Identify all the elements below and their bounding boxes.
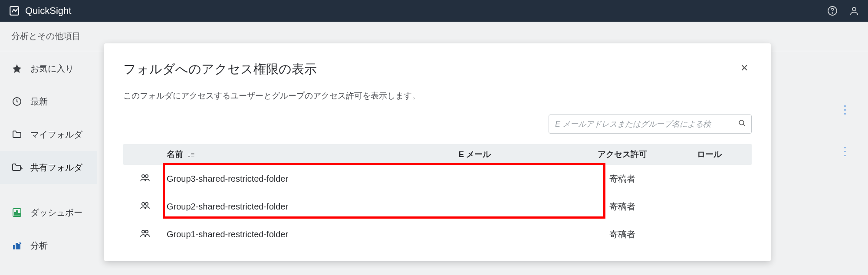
col-name-label: 名前 — [167, 149, 183, 160]
row-name: Group3-shared-restricted-folder — [167, 174, 375, 184]
sidebar-item-recent[interactable]: 最新 — [0, 85, 97, 118]
row-actions-icon[interactable]: ⋮ — [839, 146, 851, 157]
top-header: QuickSight — [0, 0, 868, 22]
col-header-email[interactable]: E メール — [375, 149, 575, 160]
row-actions-column: ⋮ ⋮ — [839, 104, 851, 157]
app-title: QuickSight — [25, 5, 71, 16]
search-input[interactable] — [555, 120, 734, 129]
help-icon[interactable] — [827, 6, 838, 16]
group-icon — [140, 229, 150, 239]
row-name: Group1-shared-restricted-folder — [167, 229, 375, 239]
search-row — [104, 101, 771, 134]
close-icon[interactable]: ✕ — [737, 61, 752, 75]
sidebar: お気に入り 最新 マイフォルダ 共有フォルダ ダッシュボー — [0, 52, 97, 262]
sort-icon: ↓≡ — [187, 151, 194, 158]
svg-rect-11 — [19, 245, 20, 249]
sidebar-item-my-folder[interactable]: マイフォルダ — [0, 118, 97, 151]
svg-rect-6 — [14, 213, 16, 215]
sidebar-item-label: 共有フォルダ — [30, 162, 82, 174]
group-icon — [140, 174, 150, 184]
row-actions-icon[interactable]: ⋮ — [839, 104, 851, 115]
svg-point-3 — [852, 7, 856, 11]
row-name: Group2-shared-restricted-folder — [167, 202, 375, 212]
svg-point-13 — [142, 175, 145, 177]
row-access: 寄稿者 — [575, 201, 670, 213]
row-access: 寄稿者 — [575, 173, 670, 185]
table-row: Group3-shared-restricted-folder 寄稿者 — [123, 165, 752, 193]
table-header: 名前 ↓≡ E メール アクセス許可 ロール — [123, 144, 752, 165]
modal-header: フォルダへのアクセス権限の表示 ✕ — [104, 43, 771, 78]
modal-title: フォルダへのアクセス権限の表示 — [123, 61, 317, 78]
col-header-access[interactable]: アクセス許可 — [575, 149, 670, 160]
sidebar-item-favorites[interactable]: お気に入り — [0, 52, 97, 85]
group-icon — [140, 201, 150, 212]
svg-point-18 — [145, 230, 148, 233]
dashboard-icon — [11, 207, 23, 218]
shared-folder-icon — [11, 162, 23, 173]
star-icon — [11, 63, 23, 74]
svg-point-16 — [145, 203, 148, 205]
svg-rect-7 — [16, 211, 18, 215]
sidebar-item-label: ダッシュボー — [30, 207, 82, 219]
modal-subtitle: このフォルダにアクセスするユーザーとグループのアクセス許可を表示します。 — [104, 78, 771, 101]
clock-icon — [11, 96, 23, 107]
table-body: Group3-shared-restricted-folder 寄稿者 Grou… — [123, 165, 752, 248]
col-header-role[interactable]: ロール — [670, 149, 748, 160]
access-table: 名前 ↓≡ E メール アクセス許可 ロール Group3-shared-res… — [123, 144, 752, 248]
search-icon — [738, 119, 746, 129]
svg-point-15 — [142, 203, 145, 205]
svg-rect-0 — [10, 7, 19, 15]
svg-rect-8 — [19, 213, 20, 215]
table-row: Group1-shared-restricted-folder 寄稿者 — [123, 220, 752, 248]
breadcrumb-text: 分析とその他項目 — [11, 30, 81, 42]
analysis-icon — [11, 240, 23, 251]
svg-point-17 — [142, 230, 145, 233]
sidebar-item-dashboard[interactable]: ダッシュボー — [0, 196, 97, 229]
sidebar-item-label: 分析 — [30, 240, 48, 252]
svg-rect-9 — [13, 246, 15, 249]
search-box[interactable] — [549, 115, 752, 134]
svg-point-2 — [832, 13, 833, 13]
folder-icon — [11, 129, 23, 140]
header-right — [827, 6, 859, 16]
table-row: Group2-shared-restricted-folder 寄稿者 — [123, 193, 752, 220]
sidebar-item-analysis[interactable]: 分析 — [0, 229, 97, 262]
sidebar-item-label: 最新 — [30, 96, 48, 108]
quicksight-logo-icon — [9, 5, 20, 16]
col-header-name[interactable]: 名前 ↓≡ — [167, 149, 375, 160]
svg-point-14 — [145, 175, 148, 177]
sidebar-item-label: お気に入り — [30, 63, 74, 75]
page-body: 分析とその他項目 お気に入り 最新 マイフォルダ 共有フォルダ — [0, 22, 868, 275]
user-icon[interactable] — [849, 6, 859, 16]
sidebar-item-shared-folder[interactable]: 共有フォルダ — [0, 151, 97, 184]
svg-rect-10 — [16, 243, 17, 249]
folder-access-modal: フォルダへのアクセス権限の表示 ✕ このフォルダにアクセスするユーザーとグループ… — [104, 43, 771, 261]
row-access: 寄稿者 — [575, 229, 670, 240]
header-left: QuickSight — [9, 5, 71, 16]
sidebar-item-label: マイフォルダ — [30, 129, 82, 141]
svg-point-12 — [739, 120, 744, 125]
